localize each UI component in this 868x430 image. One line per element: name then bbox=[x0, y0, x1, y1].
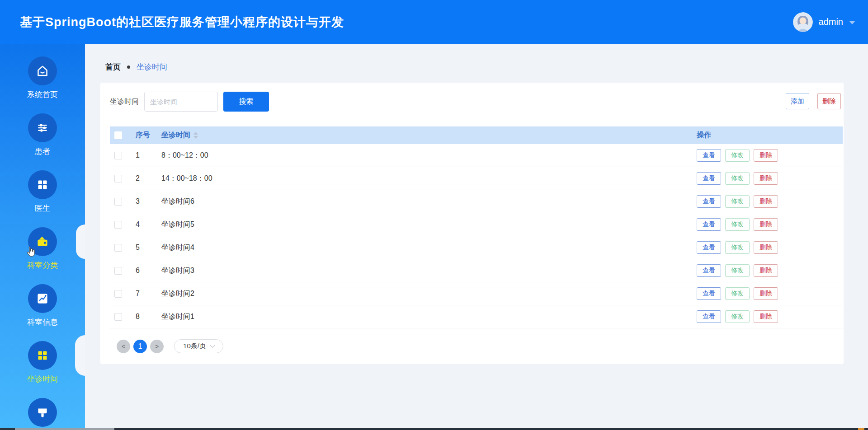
view-button[interactable]: 查看 bbox=[697, 287, 721, 300]
breadcrumb-home[interactable]: 首页 bbox=[105, 62, 121, 72]
row-time: 坐诊时间6 bbox=[161, 197, 697, 206]
table-row: 3 坐诊时间6 查看 修改 删除 bbox=[110, 190, 843, 213]
sidebar-item-brush[interactable] bbox=[0, 385, 85, 430]
view-button[interactable]: 查看 bbox=[697, 241, 721, 254]
sidebar-item-wallet[interactable]: 科室分类 bbox=[0, 215, 85, 271]
select-all-checkbox[interactable] bbox=[114, 131, 122, 139]
app-window: 基于SpringBoot的社区医疗服务管理小程序的设计与开发 admin bbox=[0, 0, 868, 430]
row-checkbox[interactable] bbox=[114, 267, 122, 275]
row-time: 坐诊时间5 bbox=[161, 220, 697, 229]
delete-row-button[interactable]: 删除 bbox=[754, 287, 778, 300]
next-page-button[interactable]: > bbox=[150, 340, 164, 353]
delete-row-button[interactable]: 删除 bbox=[754, 149, 778, 162]
row-time: 14：00~18：00 bbox=[161, 174, 697, 183]
row-time: 坐诊时间1 bbox=[161, 312, 697, 322]
view-button[interactable]: 查看 bbox=[697, 149, 721, 162]
sidebar-item-chart[interactable]: 科室信息 bbox=[0, 271, 85, 328]
brush-icon bbox=[35, 405, 50, 420]
view-button[interactable]: 查看 bbox=[697, 310, 721, 323]
row-checkbox[interactable] bbox=[114, 244, 122, 252]
edit-button[interactable]: 修改 bbox=[725, 195, 750, 208]
sidebar-icon-circle bbox=[28, 113, 57, 142]
search-button[interactable]: 搜索 bbox=[223, 92, 269, 112]
sidebar-item-home[interactable]: 系统首页 bbox=[0, 44, 85, 101]
current-page-button[interactable]: 1 bbox=[133, 340, 147, 353]
sidebar-item-sliders[interactable]: 患者 bbox=[0, 101, 85, 158]
delete-button[interactable]: 删除 bbox=[817, 93, 841, 109]
sort-icon[interactable] bbox=[193, 132, 198, 139]
view-button[interactable]: 查看 bbox=[697, 172, 721, 185]
breadcrumb-current[interactable]: 坐诊时间 bbox=[137, 62, 167, 72]
row-checkbox[interactable] bbox=[114, 313, 122, 321]
edit-button[interactable]: 修改 bbox=[725, 241, 750, 254]
edit-button[interactable]: 修改 bbox=[725, 264, 750, 277]
user-name: admin bbox=[819, 17, 843, 27]
table-row: 5 坐诊时间4 查看 修改 删除 bbox=[110, 236, 843, 259]
row-index: 8 bbox=[131, 313, 161, 321]
wallet-icon bbox=[35, 234, 50, 249]
row-index: 2 bbox=[131, 174, 161, 182]
avatar bbox=[793, 12, 813, 32]
row-checkbox[interactable] bbox=[114, 290, 122, 298]
row-time: 8：00~12：00 bbox=[161, 151, 697, 160]
row-index: 7 bbox=[131, 290, 161, 298]
sidebar-icon-circle bbox=[28, 284, 57, 313]
search-input[interactable] bbox=[144, 92, 218, 112]
row-index: 3 bbox=[131, 197, 161, 206]
col-header-actions: 操作 bbox=[697, 131, 843, 140]
edit-button[interactable]: 修改 bbox=[725, 172, 750, 185]
sidebar-item-label: 科室信息 bbox=[27, 317, 58, 327]
delete-row-button[interactable]: 删除 bbox=[754, 241, 778, 254]
prev-page-button[interactable]: < bbox=[117, 340, 130, 353]
delete-row-button[interactable]: 删除 bbox=[754, 218, 778, 231]
edit-button[interactable]: 修改 bbox=[725, 149, 750, 162]
edit-button[interactable]: 修改 bbox=[725, 310, 750, 323]
table-row: 4 坐诊时间5 查看 修改 删除 bbox=[110, 213, 843, 236]
row-time: 坐诊时间4 bbox=[161, 243, 697, 252]
top-header: 基于SpringBoot的社区医疗服务管理小程序的设计与开发 admin bbox=[0, 0, 868, 44]
view-button[interactable]: 查看 bbox=[697, 264, 721, 277]
sidebar-item-grid-white[interactable]: 医生 bbox=[0, 158, 85, 215]
delete-row-button[interactable]: 删除 bbox=[754, 264, 778, 277]
home-icon bbox=[35, 63, 50, 79]
table-header-row: 序号 坐诊时间 操作 bbox=[110, 126, 843, 144]
content-card: 坐诊时间 搜索 添加 删除 序号 坐诊时间 操作 1 8：00~12： bbox=[100, 83, 844, 364]
pagination: < 1 > 10条/页 bbox=[117, 339, 223, 353]
chart-icon bbox=[35, 291, 50, 306]
table-row: 2 14：00~18：00 查看 修改 删除 bbox=[110, 167, 843, 190]
main-content: 首页 坐诊时间 坐诊时间 搜索 添加 删除 序号 坐诊时间 操作 bbox=[85, 44, 868, 430]
sidebar-icon-circle bbox=[28, 398, 57, 427]
chevron-down-icon bbox=[210, 342, 215, 347]
row-time: 坐诊时间3 bbox=[161, 266, 697, 276]
add-button[interactable]: 添加 bbox=[786, 93, 809, 109]
view-button[interactable]: 查看 bbox=[697, 195, 721, 208]
row-checkbox[interactable] bbox=[114, 175, 122, 182]
taskbar-edge bbox=[0, 428, 868, 430]
row-index: 1 bbox=[131, 151, 161, 159]
breadcrumb: 首页 坐诊时间 bbox=[105, 62, 167, 72]
sidebar-icon-circle bbox=[28, 170, 57, 199]
sidebar-item-grid-yellow[interactable]: 坐诊时间 bbox=[0, 328, 85, 385]
delete-row-button[interactable]: 删除 bbox=[754, 310, 778, 323]
data-table: 序号 坐诊时间 操作 1 8：00~12：00 查看 修改 删除 2 14：00… bbox=[110, 126, 843, 328]
app-title: 基于SpringBoot的社区医疗服务管理小程序的设计与开发 bbox=[20, 14, 344, 30]
user-menu[interactable]: admin bbox=[793, 12, 855, 32]
row-checkbox[interactable] bbox=[114, 221, 122, 229]
row-checkbox[interactable] bbox=[114, 198, 122, 206]
table-row: 1 8：00~12：00 查看 修改 删除 bbox=[110, 144, 843, 167]
table-row: 7 坐诊时间2 查看 修改 删除 bbox=[110, 282, 843, 305]
edit-button[interactable]: 修改 bbox=[725, 218, 750, 231]
chevron-down-icon bbox=[849, 21, 855, 24]
sidebar-icon-circle bbox=[28, 341, 57, 370]
sidebar-item-label: 患者 bbox=[35, 146, 50, 157]
edit-button[interactable]: 修改 bbox=[725, 287, 750, 300]
sidebar-item-label: 系统首页 bbox=[27, 89, 58, 100]
delete-row-button[interactable]: 删除 bbox=[754, 195, 778, 208]
row-index: 6 bbox=[131, 266, 161, 275]
page-size-select[interactable]: 10条/页 bbox=[174, 339, 223, 353]
row-checkbox[interactable] bbox=[114, 152, 122, 159]
delete-row-button[interactable]: 删除 bbox=[754, 172, 778, 185]
avatar-image-icon bbox=[793, 12, 813, 32]
grid-yellow-icon bbox=[35, 348, 50, 363]
view-button[interactable]: 查看 bbox=[697, 218, 721, 231]
